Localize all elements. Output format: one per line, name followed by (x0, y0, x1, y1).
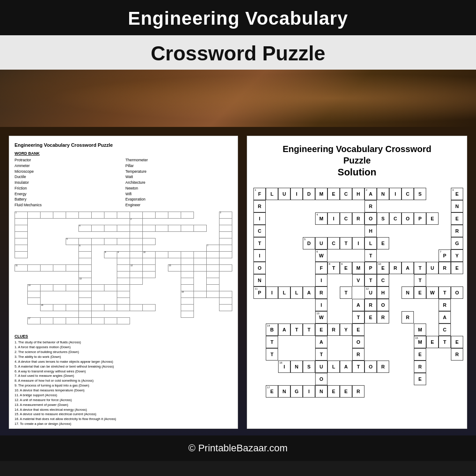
solution-cell: T (340, 286, 352, 299)
solution-cell: 13W (315, 311, 327, 324)
solution-cell: S (377, 212, 389, 225)
solution-cell: C (439, 324, 451, 336)
solution-cell (439, 274, 451, 286)
solution-cell: O (352, 336, 364, 348)
solution-cell: 9E (340, 262, 352, 274)
solution-cell: N (290, 361, 303, 373)
solution-cell: N (253, 274, 266, 286)
solution-cell: N (377, 188, 389, 200)
solution-cell (278, 398, 290, 410)
solution-cell: R (364, 200, 377, 212)
solution-cell: C (377, 274, 389, 286)
solution-cell: E (451, 212, 463, 225)
solution-cell (414, 398, 426, 410)
solution-cell: 2A (364, 188, 377, 200)
solution-title: Engineering Vocabulary CrosswordPuzzleSo… (253, 143, 461, 179)
solution-cell (327, 311, 340, 324)
solution-cell (426, 299, 439, 311)
solution-cell (402, 225, 414, 237)
solution-cell (278, 336, 290, 348)
solution-cell (303, 299, 315, 311)
solution-cell: R (451, 348, 463, 361)
solution-cell (364, 373, 377, 385)
solution-cell: H (377, 286, 389, 299)
solution-cell (377, 336, 389, 348)
clue-item: 14. A device that stores electrical ener… (15, 408, 232, 413)
clue-item: 10. A device that measures temperature (… (15, 388, 232, 393)
solution-cell (451, 274, 463, 286)
solution-cell (451, 324, 463, 336)
solution-cell (426, 348, 439, 361)
clue-item: 16. A material that does not allow elect… (15, 417, 232, 422)
solution-cell (426, 249, 439, 262)
solution-cell: O (253, 262, 266, 274)
solution-cell: D (303, 188, 315, 200)
solution-cell (327, 398, 340, 410)
solution-cell (352, 286, 364, 299)
solution-cell: L (290, 286, 303, 299)
solution-cell (389, 398, 402, 410)
solution-cell: R (377, 361, 389, 373)
solution-cell: E (364, 311, 377, 324)
solution-cell: E (414, 286, 426, 299)
solution-cell (327, 274, 340, 286)
solution-cell: R (389, 262, 402, 274)
clue-item: 5. A material that can be stretched or b… (15, 364, 232, 369)
main-title: Engineering Vocabulary (128, 8, 348, 29)
solution-cell (303, 212, 315, 225)
clue-item: 4. A device that uses lenses to make obj… (15, 360, 232, 364)
solution-cell (327, 286, 340, 299)
solution-cell: R (253, 200, 266, 212)
clues-list: 1. The study of the behavior of fluids (… (15, 340, 232, 427)
solution-cell (389, 249, 402, 262)
solution-cell (451, 398, 463, 410)
solution-cell: E (451, 336, 463, 348)
solution-cell: O (364, 212, 377, 225)
solution-cell: M (315, 188, 327, 200)
solution-cell: E (426, 212, 439, 225)
solution-cell: A (315, 336, 327, 348)
solution-cell: C (389, 212, 402, 225)
solution-cell (402, 361, 414, 373)
solution-cell (290, 274, 303, 286)
solution-cell (364, 324, 377, 336)
solution-cell (389, 200, 402, 212)
solution-cell (278, 249, 290, 262)
solution-cell (340, 274, 352, 286)
solution-cell (389, 336, 402, 348)
solution-cell: R (352, 348, 364, 361)
clue-item: 2. The science of building structures (D… (15, 350, 232, 355)
solution-cell: O (364, 361, 377, 373)
word-bank-label: WORD BANK (15, 151, 232, 156)
solution-cell: 8T (327, 262, 340, 274)
solution-cell: P (364, 262, 377, 274)
solution-cell (340, 225, 352, 237)
solution-cell: T (266, 336, 278, 348)
solution-cell (414, 249, 426, 262)
solution-cell: R (364, 299, 377, 311)
solution-cell (315, 200, 327, 212)
solution-cell (402, 385, 414, 398)
solution-cell (426, 311, 439, 324)
solution-cell (364, 398, 377, 410)
solution-cell (327, 373, 340, 385)
solution-cell: T (290, 324, 303, 336)
solution-cell (278, 373, 290, 385)
solution-cell (327, 200, 340, 212)
solution-cell: T (439, 286, 451, 299)
solution-cell: T (315, 348, 327, 361)
solution-cell (389, 385, 402, 398)
solution-cell (377, 373, 389, 385)
clue-item: 9. The process of turning a liquid into … (15, 383, 232, 388)
solution-cell (303, 262, 315, 274)
solution-cell: I (315, 274, 327, 286)
solution-cell: I (352, 237, 364, 249)
solution-cell (402, 237, 414, 249)
solution-cell (402, 249, 414, 262)
solution-cell (439, 385, 451, 398)
solution-cell (377, 385, 389, 398)
solution-cell: O (377, 299, 389, 311)
solution-cell: I (303, 385, 315, 398)
solution-cell: T (352, 361, 364, 373)
solution-cell: E (426, 336, 439, 348)
